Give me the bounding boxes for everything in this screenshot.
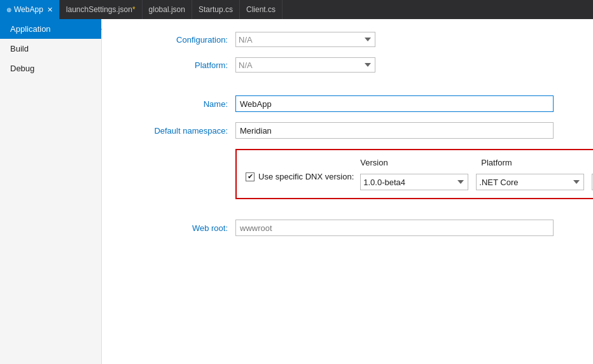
webroot-input[interactable] <box>235 220 554 236</box>
dnx-checkbox[interactable]: ✔ <box>246 172 255 181</box>
dnx-version-select[interactable]: 1.0.0-beta4 1.0.0-beta3 1.0.0-beta2 <box>360 174 468 190</box>
tab-launchsettings[interactable]: launchSettings.json* <box>60 0 143 19</box>
namespace-row: Default namespace: <box>121 122 574 139</box>
title-bar: ⊕ WebApp ✕ launchSettings.json* global.j… <box>0 0 593 19</box>
name-label: Name: <box>121 99 235 109</box>
platform-control: N/A <box>235 57 574 73</box>
configuration-select[interactable]: N/A <box>235 32 375 47</box>
sidebar-item-build[interactable]: Build <box>0 39 101 59</box>
checkmark-icon: ✔ <box>248 172 253 181</box>
tab-startup[interactable]: Startup.cs <box>192 0 240 19</box>
platform-row: Platform: N/A <box>121 57 574 73</box>
sidebar: Application Build Debug <box>0 19 102 364</box>
sidebar-item-debug[interactable]: Debug <box>0 59 101 78</box>
name-row: Name: <box>121 95 574 112</box>
sidebar-item-application-label: Application <box>10 24 51 34</box>
dnx-platform-select[interactable]: .NET Core .NET Framework <box>476 174 584 190</box>
sidebar-item-build-label: Build <box>10 44 29 53</box>
tab-globaljson-label: global.json <box>149 5 185 14</box>
tab-client[interactable]: Client.cs <box>240 0 283 19</box>
tab-launchsettings-label: launchSettings.json* <box>66 5 136 14</box>
platform-select[interactable]: N/A <box>235 57 375 73</box>
content-area: Configuration: N/A Platform: N/A <box>102 19 593 364</box>
tab-startup-label: Startup.cs <box>199 5 233 14</box>
main-layout: Application Build Debug Configuration: N… <box>0 19 593 364</box>
name-input[interactable] <box>235 95 554 112</box>
tab-webapp[interactable]: ⊕ WebApp ✕ <box>0 0 60 19</box>
pin-icon: ⊕ <box>6 6 11 13</box>
dnx-headers: Version Platform Architecture <box>360 158 593 167</box>
namespace-control <box>235 122 574 139</box>
dnx-section: ✔ Use specific DNX version: Version Plat… <box>235 149 593 199</box>
webroot-label: Web root: <box>121 223 235 233</box>
configuration-label: Configuration: <box>121 35 235 45</box>
dnx-platform-header: Platform <box>481 158 589 167</box>
tab-client-label: Client.cs <box>246 5 276 14</box>
dnx-version-header: Version <box>360 158 468 167</box>
webroot-row: Web root: <box>121 220 574 236</box>
namespace-input[interactable] <box>235 122 554 139</box>
dnx-row: ✔ Use specific DNX version: Version Plat… <box>121 149 574 209</box>
dnx-checkbox-label: Use specific DNX version: <box>258 172 354 181</box>
platform-label: Platform: <box>121 60 235 70</box>
spacer <box>121 83 574 95</box>
sidebar-item-debug-label: Debug <box>10 64 34 73</box>
dnx-checkbox-area: ✔ Use specific DNX version: <box>246 158 354 181</box>
tab-globaljson[interactable]: global.json <box>143 0 192 19</box>
dnx-selects-row: 1.0.0-beta4 1.0.0-beta3 1.0.0-beta2 .NET… <box>360 174 593 190</box>
namespace-label: Default namespace: <box>121 126 235 136</box>
configuration-row: Configuration: N/A <box>121 32 574 47</box>
webroot-control <box>235 220 574 236</box>
dnx-fields: Version Platform Architecture 1.0.0-beta… <box>360 158 593 190</box>
name-control <box>235 95 574 112</box>
configuration-control: N/A <box>235 32 574 47</box>
tab-webapp-label: WebApp <box>14 5 43 14</box>
tab-webapp-close[interactable]: ✕ <box>47 6 53 14</box>
sidebar-item-application[interactable]: Application <box>0 19 101 39</box>
content-inner: Configuration: N/A Platform: N/A <box>102 19 593 259</box>
